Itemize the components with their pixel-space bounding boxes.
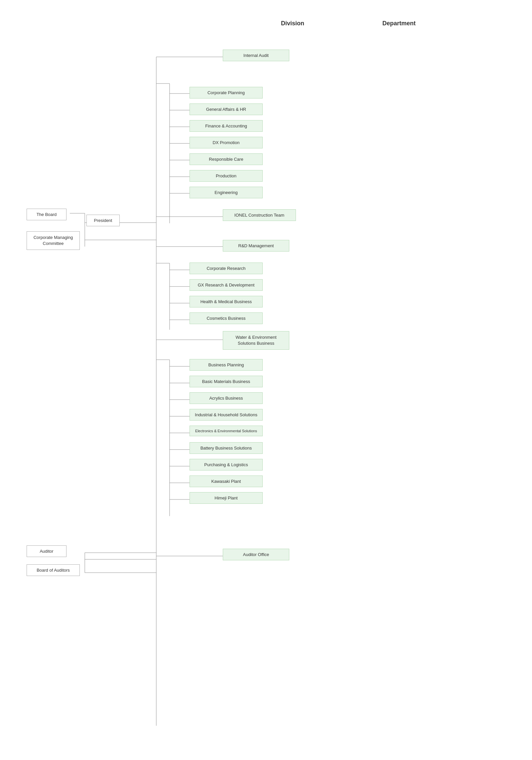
division-electronics-env: Electronics & Environmental Solutions bbox=[190, 426, 263, 436]
division-responsible-care: Responsible Care bbox=[190, 153, 263, 165]
auditor-box: Auditor bbox=[27, 545, 66, 557]
division-purchasing-logistics: Purchasing & Logistics bbox=[190, 459, 263, 471]
board-of-auditors-box: Board of Auditors bbox=[27, 564, 80, 576]
division-acrylics: Acrylics Business bbox=[190, 392, 263, 404]
division-corporate-research: Corporate Research bbox=[190, 263, 263, 274]
division-corporate-planning: Corporate Planning bbox=[190, 87, 263, 98]
division-column-header: Division bbox=[253, 20, 332, 27]
department-column-header: Department bbox=[359, 20, 439, 27]
the-board-box: The Board bbox=[27, 209, 66, 220]
division-gx-rd: GX Research & Development bbox=[190, 279, 263, 291]
auditor-office-box: Auditor Office bbox=[223, 549, 289, 560]
division-kawasaki-plant: Kawasaki Plant bbox=[190, 475, 263, 487]
water-environment-box: Water & Environment Solutions Business bbox=[223, 331, 289, 350]
division-business-planning: Business Planning bbox=[190, 359, 263, 371]
division-finance-accounting: Finance & Accounting bbox=[190, 120, 263, 132]
division-cosmetics: Cosmetics Business bbox=[190, 312, 263, 324]
division-battery: Battery Business Solutions bbox=[190, 442, 263, 454]
division-production: Production bbox=[190, 170, 263, 182]
president-box: President bbox=[86, 215, 120, 226]
division-basic-materials: Basic Materials Business bbox=[190, 376, 263, 387]
division-himeji-plant: Himeji Plant bbox=[190, 492, 263, 504]
division-general-affairs-hr: General Affairs & HR bbox=[190, 103, 263, 115]
division-engineering: Engineering bbox=[190, 187, 263, 198]
ionel-construction-team-box: IONEL Construction Team bbox=[223, 209, 296, 221]
rd-management-box: R&D Management bbox=[223, 240, 289, 252]
division-industrial-household: Industrial & Household Solutions bbox=[190, 409, 263, 421]
division-health-medical: Health & Medical Business bbox=[190, 296, 263, 307]
corporate-managing-committee-box: Corporate Managing Committee bbox=[27, 231, 80, 250]
division-dx-promotion: DX Promotion bbox=[190, 137, 263, 148]
internal-audit-box: Internal Audit bbox=[223, 50, 289, 61]
